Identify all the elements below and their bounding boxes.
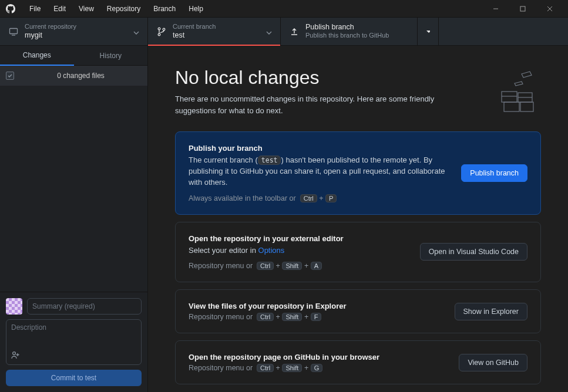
publish-card: Publish your branch The current branch (… (175, 131, 541, 215)
kbd: G (311, 364, 323, 372)
toolbar: Current repository mygit Current branch … (0, 18, 568, 46)
toolbar-more-dropdown[interactable] (418, 18, 439, 45)
branch-tag: test (258, 156, 281, 165)
publish-card-title: Publish your branch (189, 144, 449, 153)
menu-file[interactable]: File (23, 2, 46, 15)
chevron-down-icon (133, 26, 139, 37)
commit-button[interactable]: Commit to test (6, 370, 142, 386)
empty-state-illustration (488, 67, 541, 116)
kbd: Ctrl (257, 262, 274, 270)
page-subtitle: There are no uncommitted changes in this… (175, 93, 474, 116)
tab-history[interactable]: History (74, 46, 148, 66)
menu-repository[interactable]: Repository (101, 2, 146, 15)
explorer-card: View the files of your repository in Exp… (175, 289, 541, 333)
svg-rect-10 (502, 92, 517, 102)
branch-label: Current branch (173, 23, 216, 31)
svg-rect-1 (520, 6, 525, 11)
publish-branch-button[interactable]: Publish branch (461, 164, 527, 182)
publish-card-desc: The current branch (test) hasn't been pu… (189, 155, 449, 188)
editor-card-hint: Repository menu or Ctrl + Shift + A (189, 262, 408, 270)
branch-selector[interactable]: Current branch test (148, 18, 281, 45)
options-link[interactable]: Options (258, 246, 285, 255)
svg-rect-13 (520, 102, 533, 111)
svg-point-9 (13, 352, 16, 355)
menu-view[interactable]: View (73, 2, 100, 15)
github-card: Open the repository page on GitHub in yo… (175, 340, 541, 384)
window-close-button[interactable] (536, 0, 563, 18)
description-input[interactable]: Description (6, 319, 142, 365)
changes-count: 0 changed files (20, 72, 142, 80)
kbd: A (311, 262, 322, 270)
menu-edit[interactable]: Edit (48, 2, 72, 15)
menubar: File Edit View Repository Branch Help (23, 2, 482, 15)
add-coauthor-icon[interactable] (11, 351, 136, 361)
kbd: Ctrl (257, 364, 274, 372)
editor-card-title: Open the repository in your external edi… (189, 234, 408, 243)
explorer-card-title: View the files of your repository in Exp… (189, 302, 443, 310)
publish-sub: Publish this branch to GitHub (305, 32, 389, 39)
publish-card-hint: Always available in the toolbar or Ctrl … (189, 194, 449, 202)
window-maximize-button[interactable] (509, 0, 536, 18)
svg-point-7 (158, 33, 160, 36)
svg-rect-12 (504, 102, 519, 111)
main-content: No local changes There are no uncommitte… (148, 46, 568, 392)
window-controls (482, 0, 563, 18)
github-card-hint: Repository menu or Ctrl + Shift + G (189, 364, 447, 372)
publish-label: Publish branch (305, 23, 389, 32)
select-all-checkbox[interactable] (6, 72, 14, 80)
upload-icon (289, 27, 300, 36)
open-editor-button[interactable]: Open in Visual Studio Code (420, 243, 527, 261)
caret-down-icon (426, 30, 430, 33)
kbd: Ctrl (300, 194, 317, 202)
kbd: Ctrl (257, 313, 274, 321)
git-branch-icon (156, 27, 167, 36)
kbd: Shift (282, 262, 302, 270)
editor-card-desc: Select your editor in Options (189, 245, 408, 256)
kbd: Shift (282, 313, 302, 321)
kbd: P (325, 194, 337, 202)
show-in-explorer-button[interactable]: Show in Explorer (455, 303, 528, 320)
explorer-card-hint: Repository menu or Ctrl + Shift + F (189, 313, 443, 321)
avatar (6, 298, 22, 315)
tab-changes[interactable]: Changes (0, 46, 74, 66)
kbd: F (311, 313, 322, 321)
commit-form: Description Commit to test (0, 292, 147, 392)
desktop-icon (8, 27, 19, 36)
page-title: No local changes (175, 67, 474, 89)
svg-point-6 (158, 28, 160, 30)
github-logo-icon (5, 3, 16, 15)
description-placeholder: Description (11, 323, 136, 332)
sidebar: Changes History 0 changed files Descript… (0, 46, 148, 392)
titlebar: File Edit View Repository Branch Help (0, 0, 568, 18)
view-on-github-button[interactable]: View on GitHub (459, 354, 527, 371)
sidebar-tabs: Changes History (0, 46, 147, 66)
hero: No local changes There are no uncommitte… (175, 67, 541, 116)
svg-rect-4 (10, 28, 18, 33)
kbd: Shift (282, 364, 302, 372)
summary-input[interactable] (27, 298, 142, 315)
menu-help[interactable]: Help (183, 2, 209, 15)
editor-card: Open the repository in your external edi… (175, 222, 541, 283)
chevron-down-icon (266, 26, 272, 37)
github-card-title: Open the repository page on GitHub in yo… (189, 353, 447, 361)
svg-point-8 (163, 28, 165, 31)
changes-header: 0 changed files (0, 66, 147, 86)
publish-branch-action[interactable]: Publish branch Publish this branch to Gi… (281, 18, 418, 45)
repo-selector[interactable]: Current repository mygit (0, 18, 148, 45)
repo-value: mygit (25, 31, 76, 40)
window-minimize-button[interactable] (482, 0, 509, 18)
branch-value: test (173, 31, 216, 40)
repo-label: Current repository (25, 23, 76, 31)
menu-branch[interactable]: Branch (147, 2, 182, 15)
